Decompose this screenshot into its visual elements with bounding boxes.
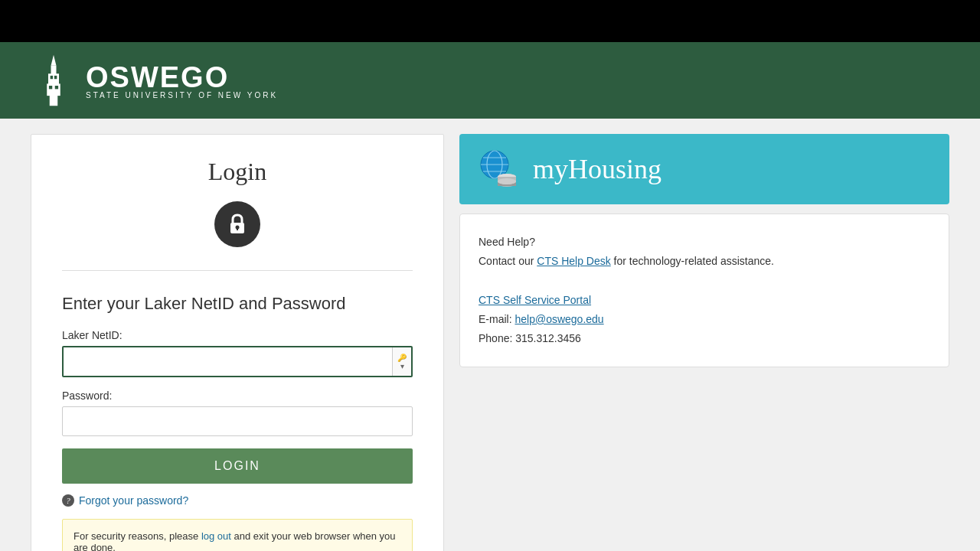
- self-service-portal-link[interactable]: CTS Self Service Portal: [479, 294, 591, 306]
- key-icon: 🔑: [397, 354, 407, 362]
- phone-number: 315.312.3456: [515, 332, 581, 344]
- right-panel: myHousing Need Help? Contact our CTS Hel…: [459, 134, 949, 551]
- logout-link[interactable]: log out: [201, 530, 231, 542]
- help-contact-text: Contact our: [479, 255, 537, 267]
- svg-marker-4: [51, 55, 57, 66]
- help-desk-suffix: for technology-related assistance.: [611, 255, 774, 267]
- site-header: OSWEGO STATE UNIVERSITY OF NEW YORK: [0, 42, 980, 119]
- help-need-help: Need Help?: [479, 233, 930, 252]
- svg-rect-8: [54, 76, 57, 79]
- cts-help-desk-link[interactable]: CTS Help Desk: [537, 255, 610, 267]
- main-content: Login Enter your Laker NetID and Passwor…: [0, 119, 980, 551]
- password-input[interactable]: [62, 406, 413, 436]
- self-service-portal-line: CTS Self Service Portal: [479, 291, 930, 310]
- myhousing-header: myHousing: [459, 134, 949, 204]
- svg-rect-11: [237, 227, 238, 230]
- chevron-down-icon: ▾: [400, 362, 404, 370]
- security-notice: For security reasons, please log out and…: [62, 519, 413, 551]
- help-icon: ?: [62, 494, 74, 507]
- oswego-tower-icon: [31, 54, 77, 107]
- login-button[interactable]: LOGIN: [62, 448, 413, 484]
- svg-rect-2: [48, 73, 59, 85]
- help-contact-line: Contact our CTS Help Desk for technology…: [479, 252, 930, 271]
- logo-subtitle-text: STATE UNIVERSITY OF NEW YORK: [86, 91, 278, 99]
- logo-oswego-text: OSWEGO: [86, 61, 278, 94]
- svg-rect-3: [51, 66, 57, 75]
- netid-container: 🔑 ▾: [62, 346, 413, 377]
- login-panel: Login Enter your Laker NetID and Passwor…: [31, 134, 444, 551]
- top-black-bar: [0, 0, 980, 42]
- phone-label: Phone:: [479, 332, 515, 344]
- security-notice-text: For security reasons, please: [74, 530, 201, 542]
- myhousing-icon: [478, 148, 521, 191]
- forgot-password-link[interactable]: Forgot your password?: [79, 494, 188, 507]
- svg-rect-7: [51, 76, 54, 79]
- forgot-password-area: ? Forgot your password?: [62, 494, 413, 507]
- svg-rect-6: [55, 86, 58, 89]
- email-link[interactable]: help@oswego.edu: [514, 313, 603, 325]
- netid-controls[interactable]: 🔑 ▾: [392, 347, 411, 376]
- svg-rect-5: [49, 86, 52, 89]
- lock-svg: [227, 212, 248, 236]
- help-title: Need Help?: [479, 236, 535, 248]
- svg-rect-1: [47, 83, 60, 96]
- svg-point-24: [498, 178, 516, 184]
- form-divider: [62, 270, 413, 271]
- myhousing-title: myHousing: [533, 153, 662, 185]
- logo-text: OSWEGO STATE UNIVERSITY OF NEW YORK: [86, 61, 278, 99]
- help-box: Need Help? Contact our CTS Help Desk for…: [459, 214, 949, 367]
- phone-line: Phone: 315.312.3456: [479, 329, 930, 348]
- lock-icon-container: [62, 201, 413, 247]
- email-line: E-mail: help@oswego.edu: [479, 310, 930, 329]
- netid-label: Laker NetID:: [62, 329, 413, 341]
- form-heading: Enter your Laker NetID and Password: [62, 294, 413, 314]
- login-title: Login: [62, 158, 413, 186]
- password-label: Password:: [62, 390, 413, 402]
- netid-input[interactable]: [64, 347, 392, 376]
- email-label: E-mail:: [479, 313, 514, 325]
- logo-area: OSWEGO STATE UNIVERSITY OF NEW YORK: [31, 54, 278, 107]
- lock-icon: [214, 201, 260, 247]
